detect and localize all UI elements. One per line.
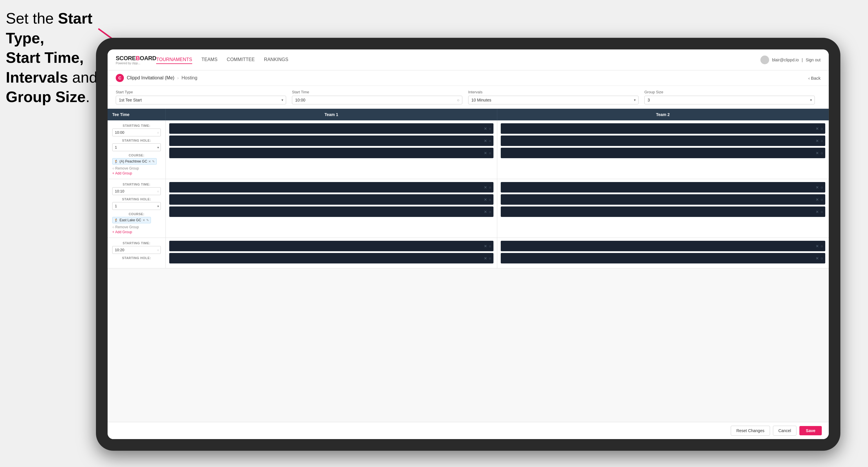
- col-header-tee-time: Tee Time: [107, 109, 166, 120]
- slot-x-icon-2-2[interactable]: ✕: [816, 139, 819, 143]
- slot-x-g2-1-1[interactable]: ✕: [484, 185, 487, 190]
- intervals-group: Intervals 10 Minutes: [468, 90, 644, 104]
- intervals-label: Intervals: [468, 90, 639, 94]
- slot-x-g3-1-1[interactable]: ✕: [484, 244, 487, 248]
- slot-x-icon-1-3[interactable]: ✕: [484, 151, 487, 155]
- team1-col-1: ✕ ○ ✕ ○ ✕ ○: [166, 120, 497, 179]
- start-time-input[interactable]: [292, 96, 462, 104]
- slot-edit-g3-2-1[interactable]: ○: [820, 244, 823, 248]
- slot-edit-icon-1-2[interactable]: ○: [489, 139, 491, 143]
- add-group-btn-2[interactable]: + Add Group: [112, 230, 161, 234]
- course-name-1: (A) Peachtree GC: [120, 159, 147, 163]
- starting-time-input-2[interactable]: [112, 187, 161, 195]
- breadcrumb-separator: ›: [177, 75, 179, 80]
- slot-edit-g3-1-2[interactable]: ○: [489, 256, 491, 260]
- course-tag-remove-2[interactable]: ✕: [143, 218, 145, 222]
- start-time-group: Start Time: [292, 90, 468, 104]
- slot-edit-icon-2-2[interactable]: ○: [820, 139, 823, 143]
- back-button[interactable]: ‹ Back: [808, 75, 820, 81]
- slot-x-g3-1-2[interactable]: ✕: [484, 256, 487, 260]
- slot-edit-g3-2-2[interactable]: ○: [820, 256, 823, 260]
- group-row-2: STARTING TIME: STARTING HOLE: 1 COURSE: …: [107, 179, 829, 238]
- back-chevron-icon: ‹: [808, 75, 810, 81]
- starting-hole-label-3: STARTING HOLE:: [112, 256, 161, 260]
- slot-x-g2-1-3[interactable]: ✕: [484, 210, 487, 214]
- slot-edit-icon-1-3[interactable]: ○: [489, 151, 491, 155]
- save-button[interactable]: Save: [799, 426, 822, 435]
- breadcrumb-logo: C: [116, 74, 124, 82]
- cancel-button[interactable]: Cancel: [773, 426, 797, 436]
- player-slot-2-2: ✕ ○: [501, 135, 825, 146]
- team2-col-1: ✕ ○ ✕ ○ ✕ ○: [497, 120, 829, 179]
- user-email: blair@clippd.io: [772, 58, 799, 62]
- add-group-icon-2: +: [112, 230, 114, 234]
- course-tag-remove-1[interactable]: ✕: [148, 160, 151, 163]
- player-slot-g2-2-2: ✕ ○: [501, 194, 825, 205]
- slot-x-g2-2-2[interactable]: ✕: [816, 197, 819, 202]
- course-tag-edit-2[interactable]: ✎: [146, 218, 149, 222]
- slot-actions-2-1: ✕ ○: [816, 126, 823, 131]
- slot-x-icon-2-3[interactable]: ✕: [816, 151, 819, 155]
- tablet-frame: SCOREBOARD Powered by clipp... TOURNAMEN…: [96, 38, 840, 451]
- slot-edit-g2-1-2[interactable]: ○: [489, 197, 491, 202]
- course-tag-2: 🏌 East Lake GC ✕ ✎: [112, 217, 151, 223]
- nav-tab-tournaments[interactable]: TOURNAMENTS: [156, 56, 192, 64]
- group-size-select[interactable]: 3: [644, 96, 815, 104]
- player-slot-g2-1-2: ✕ ○: [169, 194, 493, 205]
- footer-bar: Reset Changes Cancel Save: [107, 422, 829, 439]
- player-slot-g3-1-2: ✕ ○: [169, 253, 493, 263]
- player-slot-2-1: ✕ ○: [501, 123, 825, 134]
- settings-row: Start Type 1st Tee Start Start Time Inte…: [107, 86, 829, 109]
- slot-edit-g2-2-3[interactable]: ○: [820, 210, 823, 214]
- starting-time-input-3[interactable]: [112, 246, 161, 254]
- intervals-select[interactable]: 10 Minutes: [468, 96, 639, 104]
- slot-edit-g2-1-3[interactable]: ○: [489, 210, 491, 214]
- starting-time-label-1: STARTING TIME:: [112, 124, 161, 127]
- group-size-label: Group Size: [644, 90, 815, 94]
- player-slot-2-3: ✕ ○: [501, 148, 825, 158]
- team2-col-2: ✕ ○ ✕ ○ ✕ ○: [497, 179, 829, 238]
- slot-actions-1-3: ✕ ○: [484, 151, 491, 155]
- starting-hole-select-2[interactable]: 1: [112, 202, 161, 210]
- slot-edit-g2-2-1[interactable]: ○: [820, 185, 823, 190]
- slot-edit-g3-1-1[interactable]: ○: [489, 244, 491, 248]
- slot-edit-icon-2-1[interactable]: ○: [820, 126, 823, 131]
- slot-edit-icon-2-3[interactable]: ○: [820, 151, 823, 155]
- nav-tab-rankings[interactable]: RANKINGS: [264, 56, 288, 64]
- starting-time-input-1[interactable]: [112, 128, 161, 136]
- team2-col-3: ✕ ○ ✕ ○: [497, 238, 829, 268]
- slot-actions-1-1: ✕ ○: [484, 126, 491, 131]
- starting-hole-select-1[interactable]: 1: [112, 143, 161, 151]
- slot-x-icon-1-2[interactable]: ✕: [484, 139, 487, 143]
- start-type-select[interactable]: 1st Tee Start: [116, 96, 286, 104]
- slot-x-icon-2-1[interactable]: ✕: [816, 126, 819, 131]
- slot-x-g2-1-2[interactable]: ✕: [484, 197, 487, 202]
- slot-edit-g2-1-1[interactable]: ○: [489, 185, 491, 190]
- player-slot-g2-2-1: ✕ ○: [501, 182, 825, 192]
- course-tag-1: 🏌 (A) Peachtree GC ✕ ✎: [112, 158, 157, 164]
- annotation-text: Set the Start Type, Start Time, Interval…: [6, 9, 105, 107]
- reset-changes-button[interactable]: Reset Changes: [731, 426, 770, 436]
- starting-time-input-wrapper-1: [112, 128, 161, 136]
- player-slot-g2-1-3: ✕ ○: [169, 207, 493, 217]
- tournament-name[interactable]: Clippd Invitational (Me): [127, 75, 175, 81]
- slot-x-g3-2-1[interactable]: ✕: [816, 244, 819, 248]
- team1-col-2: ✕ ○ ✕ ○ ✕ ○: [166, 179, 497, 238]
- slot-x-icon-1-1[interactable]: ✕: [484, 126, 487, 131]
- player-slot-g3-1-1: ✕ ○: [169, 241, 493, 251]
- remove-group-btn-2[interactable]: ○ Remove Group: [112, 225, 161, 229]
- course-name-2: East Lake GC: [120, 218, 141, 222]
- slot-edit-g2-2-2[interactable]: ○: [820, 197, 823, 202]
- remove-group-icon-1: ○: [112, 166, 114, 170]
- slot-x-g2-2-1[interactable]: ✕: [816, 185, 819, 190]
- course-tag-edit-1[interactable]: ✎: [152, 160, 155, 163]
- add-group-btn-1[interactable]: + Add Group: [112, 171, 161, 175]
- nav-tab-committee[interactable]: COMMITTEE: [227, 56, 255, 64]
- player-slot-1-1: ✕ ○: [169, 123, 493, 134]
- slot-x-g3-2-2[interactable]: ✕: [816, 256, 819, 260]
- slot-x-g2-2-3[interactable]: ✕: [816, 210, 819, 214]
- nav-tab-teams[interactable]: TEAMS: [202, 56, 218, 64]
- slot-edit-icon-1-1[interactable]: ○: [489, 126, 491, 131]
- sign-out-link[interactable]: Sign out: [806, 58, 820, 62]
- remove-group-btn-1[interactable]: ○ Remove Group: [112, 166, 161, 170]
